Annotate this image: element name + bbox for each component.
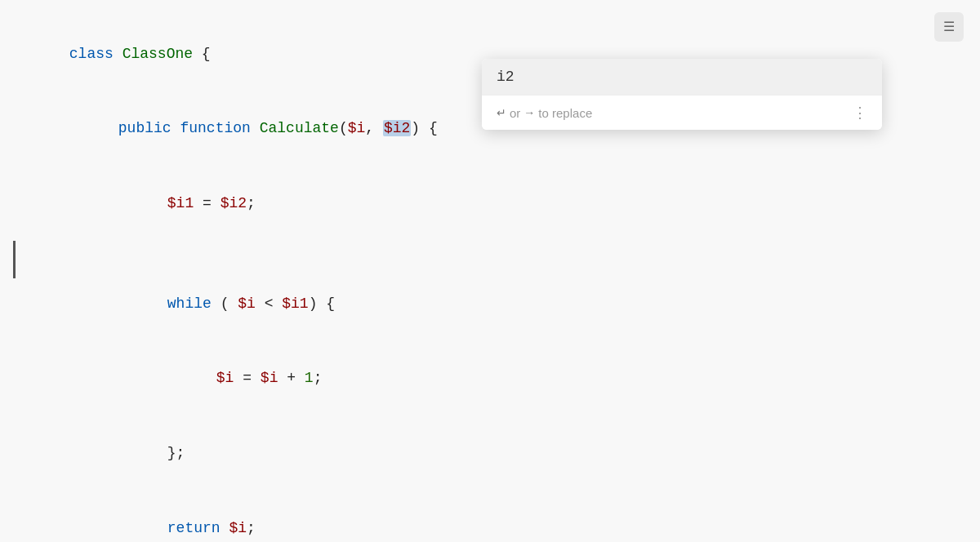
keyword-function: function bbox=[180, 120, 250, 136]
var-i1: $i1 bbox=[167, 195, 194, 211]
code-line-6: }; bbox=[16, 416, 980, 491]
keyword-while: while bbox=[167, 295, 212, 312]
var-i2: $i2 bbox=[220, 195, 247, 211]
class-name: ClassOne bbox=[122, 46, 193, 62]
autocomplete-suggestion[interactable]: i2 bbox=[482, 59, 882, 95]
autocomplete-hint-row: ↵ or → to replace ⋮ bbox=[482, 95, 882, 130]
hint-text: ↵ or → to replace bbox=[497, 106, 592, 120]
keyword-public: public bbox=[118, 120, 172, 136]
code-line-4: while ( $i < $i1) { bbox=[16, 241, 980, 340]
param-i: $i bbox=[348, 120, 366, 136]
autocomplete-dropdown: i2 ↵ or → to replace ⋮ bbox=[482, 59, 882, 130]
hint-to-replace: to replace bbox=[538, 106, 592, 120]
vertical-bar bbox=[13, 241, 16, 278]
function-name-calculate: Calculate bbox=[260, 120, 339, 136]
var-i-while: $i bbox=[238, 295, 256, 312]
keyword-return: return bbox=[167, 520, 220, 536]
keyword-class: class bbox=[69, 46, 114, 62]
arrow-key-icon: → bbox=[523, 106, 535, 119]
code-line-3: $i1 = $i2; bbox=[16, 167, 980, 242]
num-1: 1 bbox=[305, 370, 314, 386]
hint-or: or bbox=[510, 106, 520, 120]
editor: ☰ class ClassOne { public function Calcu… bbox=[0, 0, 980, 542]
enter-key-icon: ↵ bbox=[497, 106, 506, 119]
code-line-7: return $i; bbox=[16, 491, 980, 542]
var-i1-while: $i1 bbox=[282, 295, 308, 312]
var-i-assign: $i bbox=[216, 370, 234, 386]
code-area: class ClassOne { public function Calcula… bbox=[0, 16, 980, 542]
more-options-icon[interactable]: ⋮ bbox=[853, 104, 867, 122]
var-i-return: $i bbox=[229, 520, 247, 536]
param-i2: $i2 bbox=[384, 120, 410, 136]
code-line-5: $i = $i + 1; bbox=[16, 341, 980, 416]
var-i-rhs: $i bbox=[261, 370, 278, 386]
param-i2-highlighted: $i2 bbox=[383, 120, 411, 136]
